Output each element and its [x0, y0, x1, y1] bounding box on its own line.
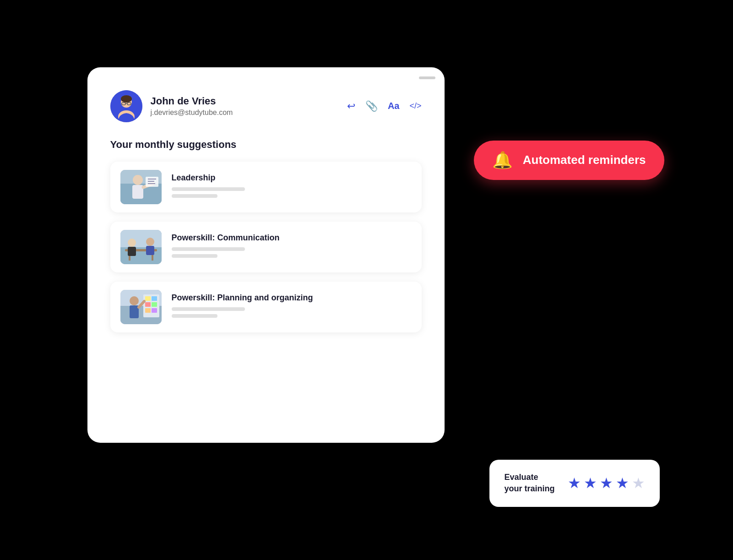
course-line-2: [172, 194, 217, 198]
code-icon[interactable]: </>: [409, 101, 421, 111]
automated-reminders-badge: 🔔 Automated reminders: [474, 141, 664, 180]
user-name: John de Vries: [151, 95, 347, 107]
svg-rect-33: [152, 308, 157, 313]
svg-rect-24: [146, 246, 154, 255]
course-line-4: [172, 254, 217, 258]
evaluate-text: Evaluateyour training: [504, 472, 554, 495]
svg-rect-28: [145, 296, 151, 301]
svg-point-3: [121, 95, 132, 103]
course-card-leadership: Leadership: [110, 162, 422, 212]
svg-rect-31: [152, 302, 157, 307]
scrollbar: [419, 76, 435, 79]
star-1: ★: [568, 474, 581, 492]
course-line-3: [172, 247, 245, 251]
email-card: John de Vries j.devries@studytube.com ↩ …: [87, 67, 445, 443]
course-info-leadership: Leadership: [172, 173, 412, 201]
course-line-1: [172, 187, 245, 191]
star-3: ★: [600, 474, 613, 492]
attach-icon[interactable]: 📎: [365, 100, 378, 112]
star-5: ★: [632, 474, 645, 492]
svg-point-34: [130, 296, 139, 305]
email-actions: ↩ 📎 Aa </>: [347, 100, 422, 112]
svg-rect-32: [145, 308, 151, 313]
course-info-planning: Powerskill: Planning and organizing: [172, 293, 412, 321]
svg-point-9: [133, 175, 143, 185]
user-header: John de Vries j.devries@studytube.com ↩ …: [110, 90, 422, 122]
course-thumbnail-communication: [120, 230, 162, 264]
course-title-communication: Powerskill: Communication: [172, 233, 412, 243]
evaluate-card: Evaluateyour training ★ ★ ★ ★ ★: [489, 460, 659, 506]
reply-icon[interactable]: ↩: [347, 100, 355, 112]
reminders-label: Automated reminders: [523, 153, 646, 167]
svg-rect-10: [132, 185, 143, 199]
svg-rect-30: [145, 302, 151, 307]
svg-point-23: [146, 238, 154, 246]
course-title-leadership: Leadership: [172, 173, 412, 183]
course-line-6: [172, 314, 217, 318]
course-card-planning: Powerskill: Planning and organizing: [110, 282, 422, 332]
font-icon[interactable]: Aa: [388, 101, 400, 111]
svg-rect-29: [152, 296, 157, 301]
course-card-communication: Powerskill: Communication: [110, 222, 422, 272]
course-info-communication: Powerskill: Communication: [172, 233, 412, 261]
section-title: Your monthly suggestions: [110, 139, 422, 151]
course-title-planning: Powerskill: Planning and organizing: [172, 293, 412, 303]
svg-rect-35: [130, 305, 139, 318]
course-line-5: [172, 307, 245, 311]
svg-rect-22: [128, 247, 136, 256]
svg-point-21: [128, 239, 136, 247]
user-email: j.devries@studytube.com: [151, 109, 347, 117]
user-info: John de Vries j.devries@studytube.com: [151, 95, 347, 117]
course-thumbnail-planning: [120, 290, 162, 324]
star-4: ★: [616, 474, 629, 492]
star-2: ★: [584, 474, 597, 492]
avatar: [110, 90, 142, 122]
course-thumbnail-leadership: [120, 170, 162, 204]
bell-icon: 🔔: [492, 151, 513, 170]
stars-container: ★ ★ ★ ★ ★: [568, 474, 645, 492]
